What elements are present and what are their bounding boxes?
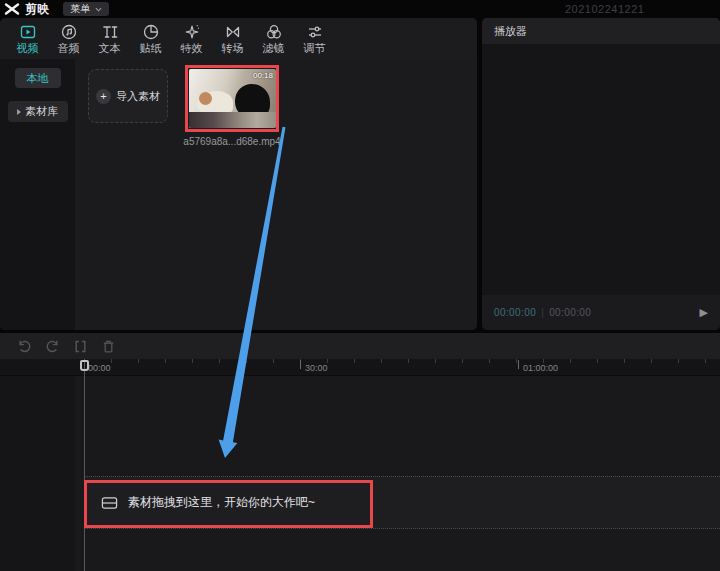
timeline: 00:00 30:00 01:00:00 素材拖拽到这里，开始你的大作吧~ bbox=[0, 333, 720, 571]
media-grid: + 导入素材 00:18 a5769a8a...d68e.mp4 bbox=[75, 59, 477, 330]
titlebar: 剪映 菜单 202102241221 bbox=[0, 0, 720, 18]
chevron-down-icon bbox=[95, 7, 102, 12]
tab-adjust[interactable]: 调节 bbox=[294, 23, 335, 54]
media-sidebar: 本地 素材库 bbox=[0, 59, 75, 330]
split-button[interactable] bbox=[73, 339, 88, 354]
timeline-ruler[interactable]: 00:00 30:00 01:00:00 bbox=[0, 359, 720, 376]
tab-sticker-label: 贴纸 bbox=[140, 43, 162, 54]
player-panel: 播放器 00:00:00 | 00:00:00 ▶ bbox=[482, 18, 720, 330]
ruler-major-tick-2 bbox=[518, 360, 519, 369]
import-material-button[interactable]: + 导入素材 bbox=[88, 69, 168, 123]
clip-thumbnail-bed bbox=[189, 112, 276, 128]
ruler-major-tick-1 bbox=[300, 360, 301, 369]
tab-adjust-label: 调节 bbox=[304, 43, 326, 54]
player-title: 播放器 bbox=[494, 24, 527, 39]
effects-icon bbox=[183, 23, 201, 41]
player-viewport bbox=[482, 44, 720, 295]
sidebar-item-local-label: 本地 bbox=[27, 71, 49, 86]
filter-icon bbox=[265, 23, 283, 41]
menu-button-label: 菜单 bbox=[70, 2, 90, 16]
text-icon bbox=[101, 23, 119, 41]
tab-filter-label: 滤镜 bbox=[263, 43, 285, 54]
tab-text[interactable]: 文本 bbox=[89, 23, 130, 54]
video-icon bbox=[19, 23, 37, 41]
player-current-time: 00:00:00 bbox=[494, 307, 536, 318]
player-controls: 00:00:00 | 00:00:00 ▶ bbox=[482, 295, 720, 330]
app-logo-icon bbox=[4, 2, 20, 16]
tab-effects-label: 特效 bbox=[181, 43, 203, 54]
tab-audio[interactable]: 音频 bbox=[48, 23, 89, 54]
menu-button[interactable]: 菜单 bbox=[63, 2, 109, 16]
tab-text-label: 文本 bbox=[99, 43, 121, 54]
undo-icon bbox=[17, 339, 32, 354]
clip-filename: a5769a8a...d68e.mp4 bbox=[161, 136, 303, 147]
play-button[interactable]: ▶ bbox=[700, 306, 708, 319]
player-time-separator: | bbox=[541, 307, 544, 318]
playhead-handle[interactable] bbox=[80, 360, 89, 371]
ruler-ticks bbox=[84, 359, 720, 363]
split-icon bbox=[73, 339, 88, 354]
clip-thumbnail-cat-patch bbox=[199, 92, 212, 105]
plus-icon: + bbox=[96, 89, 111, 104]
player-total-time: 00:00:00 bbox=[549, 307, 591, 318]
tab-filter[interactable]: 滤镜 bbox=[253, 23, 294, 54]
ruler-label-2: 01:00:00 bbox=[523, 363, 558, 373]
tab-audio-label: 音频 bbox=[58, 43, 80, 54]
adjust-icon bbox=[306, 23, 324, 41]
sidebar-item-library[interactable]: 素材库 bbox=[8, 101, 68, 122]
tab-transition[interactable]: 转场 bbox=[212, 23, 253, 54]
timeline-dropzone-text: 素材拖拽到这里，开始你的大作吧~ bbox=[128, 494, 315, 511]
player-header: 播放器 bbox=[482, 18, 720, 44]
redo-button[interactable] bbox=[45, 339, 60, 354]
track-header-gutter bbox=[0, 376, 75, 571]
tab-effects[interactable]: 特效 bbox=[171, 23, 212, 54]
transition-icon bbox=[224, 23, 242, 41]
tab-sticker[interactable]: 贴纸 bbox=[130, 23, 171, 54]
media-panel-body: 本地 素材库 + 导入素材 00:18 a5769a8a...d68e.mp bbox=[0, 59, 477, 330]
ruler-label-0: 00:00 bbox=[88, 363, 111, 373]
tab-video[interactable]: 视频 bbox=[7, 23, 48, 54]
playhead-line bbox=[84, 359, 85, 571]
redo-icon bbox=[45, 339, 60, 354]
import-material-label: 导入素材 bbox=[116, 89, 160, 104]
audio-icon bbox=[60, 23, 78, 41]
app-name: 剪映 bbox=[25, 1, 49, 18]
collapse-arrow-icon bbox=[17, 109, 21, 115]
timeline-dropzone[interactable]: 素材拖拽到这里，开始你的大作吧~ bbox=[84, 476, 720, 529]
timeline-toolbar bbox=[0, 333, 720, 359]
sticker-icon bbox=[142, 23, 160, 41]
asset-tabs: 视频 音频 文本 贴纸 特效 bbox=[0, 18, 477, 59]
delete-button[interactable] bbox=[101, 339, 116, 354]
sidebar-item-local[interactable]: 本地 bbox=[15, 68, 61, 88]
media-track-icon bbox=[101, 496, 118, 510]
clip-duration-badge: 00:18 bbox=[253, 71, 273, 80]
tab-video-label: 视频 bbox=[17, 43, 39, 54]
trash-icon bbox=[101, 339, 116, 354]
undo-button[interactable] bbox=[17, 339, 32, 354]
tab-transition-label: 转场 bbox=[222, 43, 244, 54]
ruler-label-1: 30:00 bbox=[305, 363, 328, 373]
session-timestamp: 202102241221 bbox=[565, 3, 644, 15]
clip-thumbnail[interactable]: 00:18 bbox=[189, 69, 276, 128]
media-panel: 视频 音频 文本 贴纸 特效 bbox=[0, 18, 477, 330]
sidebar-item-library-label: 素材库 bbox=[25, 104, 58, 119]
